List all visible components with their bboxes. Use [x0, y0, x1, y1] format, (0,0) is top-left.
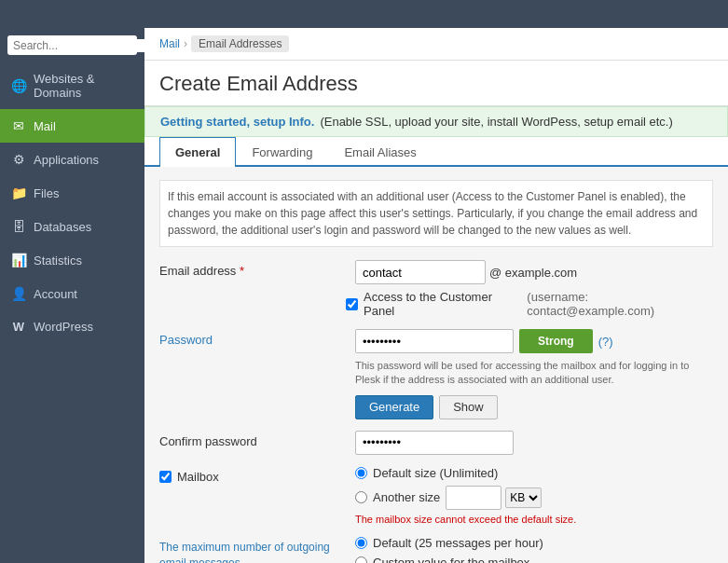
size-input-group: KB — [446, 486, 542, 510]
password-row: Password Strong (?) This password will b… — [159, 329, 713, 419]
breadcrumb-mail[interactable]: Mail — [159, 37, 180, 50]
custom-value-label: Custom value for the mailbox — [373, 556, 529, 563]
email-control: @ example.com — [355, 260, 713, 284]
sidebar-item-applications[interactable]: ⚙ Applications — [0, 143, 144, 176]
confirm-password-row: Confirm password — [159, 431, 713, 455]
password-control: Strong (?) This password will be used fo… — [355, 329, 713, 419]
email-label: Email address — [159, 260, 346, 278]
default-messages-row: Default (25 messages per hour) — [355, 536, 713, 550]
tab-email-aliases[interactable]: Email Aliases — [328, 137, 432, 167]
sidebar-item-mail[interactable]: ✉ Mail — [0, 109, 144, 143]
strength-indicator: Strong — [519, 329, 593, 353]
tab-general[interactable]: General — [159, 137, 236, 167]
breadcrumb-arrow: › — [184, 37, 187, 50]
access-panel-row: Access to the Customer Panel (username: … — [346, 290, 713, 318]
password-label: Password — [159, 329, 346, 347]
main-content: Mail › Email Addresses Create Email Addr… — [144, 28, 728, 563]
sidebar-item-files[interactable]: 📁 Files — [0, 176, 144, 210]
sidebar-label-account: Account — [34, 287, 77, 301]
info-bar-link[interactable]: Getting started, setup Info. — [160, 115, 314, 129]
search-input[interactable] — [13, 39, 153, 52]
sidebar-item-wordpress[interactable]: W WordPress — [0, 310, 144, 343]
confirm-password-label: Confirm password — [159, 431, 346, 448]
password-btn-group: Generate Show — [355, 395, 713, 419]
confirm-password-control — [355, 431, 713, 455]
page-title: Create Email Address — [159, 72, 713, 96]
mailbox-checkbox[interactable] — [159, 471, 172, 483]
applications-icon: ⚙ — [11, 152, 26, 167]
databases-icon: 🗄 — [11, 219, 26, 234]
email-input[interactable] — [355, 260, 486, 284]
sidebar-item-databases[interactable]: 🗄 Databases — [0, 210, 144, 243]
default-messages-radio[interactable] — [355, 537, 367, 549]
email-domain: @ example.com — [489, 266, 577, 280]
globe-icon: 🌐 — [11, 78, 26, 93]
password-input[interactable] — [355, 329, 514, 353]
sidebar-label-websites-domains: Websites & Domains — [34, 72, 133, 100]
show-button[interactable]: Show — [439, 395, 498, 419]
mailbox-control: Default size (Unlimited) Another size KB — [355, 466, 713, 525]
custom-value-row: Custom value for the mailbox — [355, 556, 713, 563]
sidebar-label-wordpress: WordPress — [34, 320, 93, 334]
sidebar-label-applications: Applications — [34, 153, 99, 167]
sidebar-label-mail: Mail — [34, 119, 56, 133]
statistics-icon: 📊 — [11, 253, 26, 268]
sidebar-label-databases: Databases — [34, 220, 91, 234]
generate-button[interactable]: Generate — [355, 395, 433, 419]
form-info-text: If this email account is associated with… — [159, 180, 713, 247]
default-size-radio[interactable] — [355, 467, 367, 479]
access-panel-checkbox[interactable] — [346, 298, 358, 310]
email-input-group: @ example.com — [355, 260, 713, 284]
mailbox-error: The mailbox size cannot exceed the defau… — [355, 514, 713, 525]
form-content: If this email account is associated with… — [144, 167, 728, 563]
search-wrapper: 🔍 — [7, 35, 137, 55]
top-bar — [0, 0, 728, 28]
sidebar-label-files: Files — [34, 186, 59, 200]
sidebar: 🔍 🌐 Websites & Domains ✉ Mail ⚙ Applicat… — [0, 28, 144, 563]
default-size-row: Default size (Unlimited) — [355, 466, 713, 480]
another-size-row: Another size KB — [355, 486, 713, 510]
sidebar-label-statistics: Statistics — [34, 254, 82, 268]
account-icon: 👤 — [11, 286, 26, 301]
wordpress-icon: W — [11, 320, 26, 334]
access-panel-hint: (username: contact@example.com) — [527, 290, 713, 318]
outgoing-radio-group: Default (25 messages per hour) Custom va… — [355, 536, 713, 563]
access-panel-label: Access to the Customer Panel — [364, 290, 521, 318]
breadcrumb-email-addresses: Email Addresses — [191, 35, 289, 52]
size-unit-select[interactable]: KB — [505, 487, 542, 508]
info-bar: Getting started, setup Info. (Enable SSL… — [144, 106, 728, 137]
confirm-password-input[interactable] — [355, 431, 514, 455]
default-size-label: Default size (Unlimited) — [373, 466, 498, 480]
outgoing-label: The maximum number of outgoing email mes… — [159, 536, 346, 563]
info-bar-description: (Enable SSL, upload your site, install W… — [320, 115, 672, 129]
another-size-label: Another size — [373, 490, 440, 504]
mailbox-label: Mailbox — [177, 470, 219, 484]
mailbox-row: Mailbox Default size (Unlimited) Another… — [159, 466, 713, 525]
default-messages-label: Default (25 messages per hour) — [373, 536, 543, 550]
sidebar-item-websites-domains[interactable]: 🌐 Websites & Domains — [0, 62, 144, 109]
search-box: 🔍 — [0, 28, 144, 62]
files-icon: 📁 — [11, 185, 26, 200]
mailbox-radio-group: Default size (Unlimited) Another size KB — [355, 466, 713, 510]
password-hint: This password will be used for accessing… — [355, 359, 709, 388]
tab-forwarding[interactable]: Forwarding — [236, 137, 328, 167]
email-row: Email address @ example.com — [159, 260, 713, 284]
size-input[interactable] — [446, 486, 501, 510]
page-header: Create Email Address — [144, 61, 728, 106]
sidebar-nav: 🌐 Websites & Domains ✉ Mail ⚙ Applicatio… — [0, 62, 144, 563]
another-size-radio[interactable] — [355, 491, 367, 503]
custom-value-radio[interactable] — [355, 556, 367, 563]
mailbox-row-label: Mailbox — [159, 466, 346, 484]
outgoing-control: Default (25 messages per hour) Custom va… — [355, 536, 713, 563]
sidebar-item-statistics[interactable]: 📊 Statistics — [0, 243, 144, 277]
sidebar-item-account[interactable]: 👤 Account — [0, 277, 144, 310]
question-mark-icon[interactable]: (?) — [598, 335, 613, 349]
tabs: General Forwarding Email Aliases — [144, 137, 728, 167]
outgoing-row: The maximum number of outgoing email mes… — [159, 536, 713, 563]
mail-icon: ✉ — [11, 118, 26, 133]
password-input-row: Strong (?) — [355, 329, 713, 353]
breadcrumb: Mail › Email Addresses — [144, 28, 728, 61]
